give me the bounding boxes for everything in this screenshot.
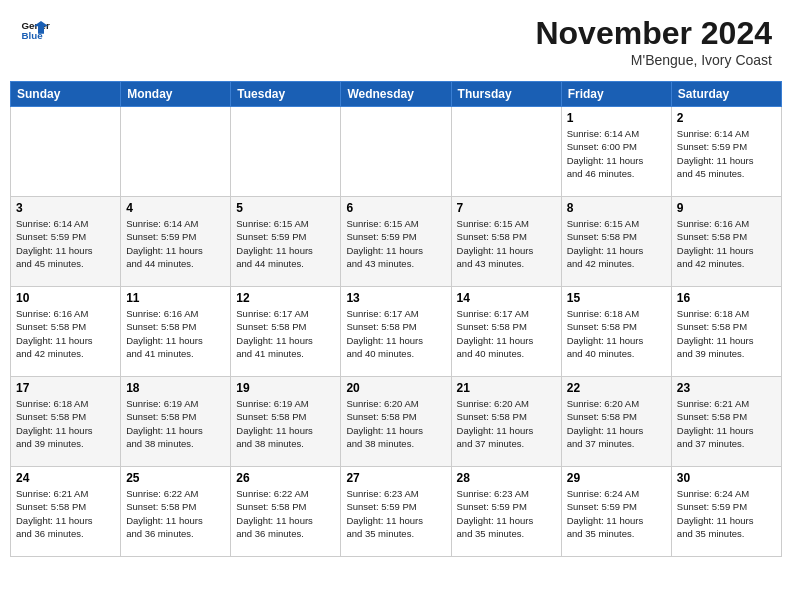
calendar-cell: [451, 107, 561, 197]
day-info: Sunrise: 6:14 AM Sunset: 5:59 PM Dayligh…: [126, 217, 225, 270]
calendar-cell: 9Sunrise: 6:16 AM Sunset: 5:58 PM Daylig…: [671, 197, 781, 287]
calendar-cell: [121, 107, 231, 197]
calendar-cell: 2Sunrise: 6:14 AM Sunset: 5:59 PM Daylig…: [671, 107, 781, 197]
calendar-cell: [341, 107, 451, 197]
calendar-cell: 27Sunrise: 6:23 AM Sunset: 5:59 PM Dayli…: [341, 467, 451, 557]
day-number: 28: [457, 471, 556, 485]
calendar-cell: 13Sunrise: 6:17 AM Sunset: 5:58 PM Dayli…: [341, 287, 451, 377]
day-number: 22: [567, 381, 666, 395]
day-number: 27: [346, 471, 445, 485]
day-info: Sunrise: 6:17 AM Sunset: 5:58 PM Dayligh…: [346, 307, 445, 360]
day-number: 9: [677, 201, 776, 215]
day-number: 10: [16, 291, 115, 305]
logo: General Blue: [20, 15, 54, 45]
calendar-header-sunday: Sunday: [11, 82, 121, 107]
calendar-header-monday: Monday: [121, 82, 231, 107]
day-number: 6: [346, 201, 445, 215]
calendar-week-row: 24Sunrise: 6:21 AM Sunset: 5:58 PM Dayli…: [11, 467, 782, 557]
calendar-cell: [231, 107, 341, 197]
calendar-week-row: 3Sunrise: 6:14 AM Sunset: 5:59 PM Daylig…: [11, 197, 782, 287]
day-info: Sunrise: 6:20 AM Sunset: 5:58 PM Dayligh…: [346, 397, 445, 450]
calendar-cell: 25Sunrise: 6:22 AM Sunset: 5:58 PM Dayli…: [121, 467, 231, 557]
day-number: 21: [457, 381, 556, 395]
calendar-cell: 8Sunrise: 6:15 AM Sunset: 5:58 PM Daylig…: [561, 197, 671, 287]
calendar-cell: 5Sunrise: 6:15 AM Sunset: 5:59 PM Daylig…: [231, 197, 341, 287]
day-info: Sunrise: 6:17 AM Sunset: 5:58 PM Dayligh…: [457, 307, 556, 360]
calendar-cell: 29Sunrise: 6:24 AM Sunset: 5:59 PM Dayli…: [561, 467, 671, 557]
day-info: Sunrise: 6:14 AM Sunset: 5:59 PM Dayligh…: [16, 217, 115, 270]
calendar-header-tuesday: Tuesday: [231, 82, 341, 107]
day-number: 13: [346, 291, 445, 305]
calendar-week-row: 10Sunrise: 6:16 AM Sunset: 5:58 PM Dayli…: [11, 287, 782, 377]
calendar-cell: 7Sunrise: 6:15 AM Sunset: 5:58 PM Daylig…: [451, 197, 561, 287]
page-header: General Blue November 2024 M'Bengue, Ivo…: [10, 10, 782, 73]
calendar-cell: 19Sunrise: 6:19 AM Sunset: 5:58 PM Dayli…: [231, 377, 341, 467]
day-number: 17: [16, 381, 115, 395]
day-info: Sunrise: 6:18 AM Sunset: 5:58 PM Dayligh…: [16, 397, 115, 450]
day-number: 19: [236, 381, 335, 395]
day-info: Sunrise: 6:24 AM Sunset: 5:59 PM Dayligh…: [567, 487, 666, 540]
calendar-header-wednesday: Wednesday: [341, 82, 451, 107]
day-info: Sunrise: 6:19 AM Sunset: 5:58 PM Dayligh…: [236, 397, 335, 450]
day-number: 14: [457, 291, 556, 305]
calendar-cell: 26Sunrise: 6:22 AM Sunset: 5:58 PM Dayli…: [231, 467, 341, 557]
day-info: Sunrise: 6:21 AM Sunset: 5:58 PM Dayligh…: [677, 397, 776, 450]
day-info: Sunrise: 6:18 AM Sunset: 5:58 PM Dayligh…: [567, 307, 666, 360]
logo-icon: General Blue: [20, 15, 50, 45]
day-number: 26: [236, 471, 335, 485]
day-info: Sunrise: 6:20 AM Sunset: 5:58 PM Dayligh…: [567, 397, 666, 450]
calendar-cell: 4Sunrise: 6:14 AM Sunset: 5:59 PM Daylig…: [121, 197, 231, 287]
location-title: M'Bengue, Ivory Coast: [535, 52, 772, 68]
calendar-cell: 6Sunrise: 6:15 AM Sunset: 5:59 PM Daylig…: [341, 197, 451, 287]
calendar-cell: 1Sunrise: 6:14 AM Sunset: 6:00 PM Daylig…: [561, 107, 671, 197]
day-number: 1: [567, 111, 666, 125]
calendar-cell: 21Sunrise: 6:20 AM Sunset: 5:58 PM Dayli…: [451, 377, 561, 467]
day-number: 11: [126, 291, 225, 305]
day-info: Sunrise: 6:20 AM Sunset: 5:58 PM Dayligh…: [457, 397, 556, 450]
day-number: 5: [236, 201, 335, 215]
calendar-cell: 10Sunrise: 6:16 AM Sunset: 5:58 PM Dayli…: [11, 287, 121, 377]
day-info: Sunrise: 6:19 AM Sunset: 5:58 PM Dayligh…: [126, 397, 225, 450]
day-info: Sunrise: 6:15 AM Sunset: 5:59 PM Dayligh…: [346, 217, 445, 270]
calendar-cell: 3Sunrise: 6:14 AM Sunset: 5:59 PM Daylig…: [11, 197, 121, 287]
day-info: Sunrise: 6:16 AM Sunset: 5:58 PM Dayligh…: [677, 217, 776, 270]
calendar-cell: 30Sunrise: 6:24 AM Sunset: 5:59 PM Dayli…: [671, 467, 781, 557]
calendar-cell: 18Sunrise: 6:19 AM Sunset: 5:58 PM Dayli…: [121, 377, 231, 467]
day-info: Sunrise: 6:14 AM Sunset: 5:59 PM Dayligh…: [677, 127, 776, 180]
day-info: Sunrise: 6:15 AM Sunset: 5:59 PM Dayligh…: [236, 217, 335, 270]
day-info: Sunrise: 6:23 AM Sunset: 5:59 PM Dayligh…: [457, 487, 556, 540]
calendar-cell: 28Sunrise: 6:23 AM Sunset: 5:59 PM Dayli…: [451, 467, 561, 557]
day-number: 30: [677, 471, 776, 485]
day-number: 2: [677, 111, 776, 125]
calendar-cell: 22Sunrise: 6:20 AM Sunset: 5:58 PM Dayli…: [561, 377, 671, 467]
day-info: Sunrise: 6:15 AM Sunset: 5:58 PM Dayligh…: [457, 217, 556, 270]
day-number: 20: [346, 381, 445, 395]
calendar-cell: [11, 107, 121, 197]
day-number: 18: [126, 381, 225, 395]
day-number: 15: [567, 291, 666, 305]
calendar-table: SundayMondayTuesdayWednesdayThursdayFrid…: [10, 81, 782, 557]
month-title: November 2024: [535, 15, 772, 52]
calendar-cell: 17Sunrise: 6:18 AM Sunset: 5:58 PM Dayli…: [11, 377, 121, 467]
day-number: 12: [236, 291, 335, 305]
calendar-cell: 14Sunrise: 6:17 AM Sunset: 5:58 PM Dayli…: [451, 287, 561, 377]
day-info: Sunrise: 6:23 AM Sunset: 5:59 PM Dayligh…: [346, 487, 445, 540]
day-info: Sunrise: 6:16 AM Sunset: 5:58 PM Dayligh…: [16, 307, 115, 360]
calendar-cell: 11Sunrise: 6:16 AM Sunset: 5:58 PM Dayli…: [121, 287, 231, 377]
day-info: Sunrise: 6:24 AM Sunset: 5:59 PM Dayligh…: [677, 487, 776, 540]
calendar-header-friday: Friday: [561, 82, 671, 107]
day-number: 25: [126, 471, 225, 485]
title-block: November 2024 M'Bengue, Ivory Coast: [535, 15, 772, 68]
calendar-cell: 16Sunrise: 6:18 AM Sunset: 5:58 PM Dayli…: [671, 287, 781, 377]
calendar-cell: 23Sunrise: 6:21 AM Sunset: 5:58 PM Dayli…: [671, 377, 781, 467]
day-info: Sunrise: 6:18 AM Sunset: 5:58 PM Dayligh…: [677, 307, 776, 360]
day-info: Sunrise: 6:15 AM Sunset: 5:58 PM Dayligh…: [567, 217, 666, 270]
calendar-cell: 12Sunrise: 6:17 AM Sunset: 5:58 PM Dayli…: [231, 287, 341, 377]
day-number: 16: [677, 291, 776, 305]
day-info: Sunrise: 6:17 AM Sunset: 5:58 PM Dayligh…: [236, 307, 335, 360]
day-number: 23: [677, 381, 776, 395]
day-number: 8: [567, 201, 666, 215]
calendar-cell: 15Sunrise: 6:18 AM Sunset: 5:58 PM Dayli…: [561, 287, 671, 377]
day-number: 7: [457, 201, 556, 215]
day-info: Sunrise: 6:21 AM Sunset: 5:58 PM Dayligh…: [16, 487, 115, 540]
